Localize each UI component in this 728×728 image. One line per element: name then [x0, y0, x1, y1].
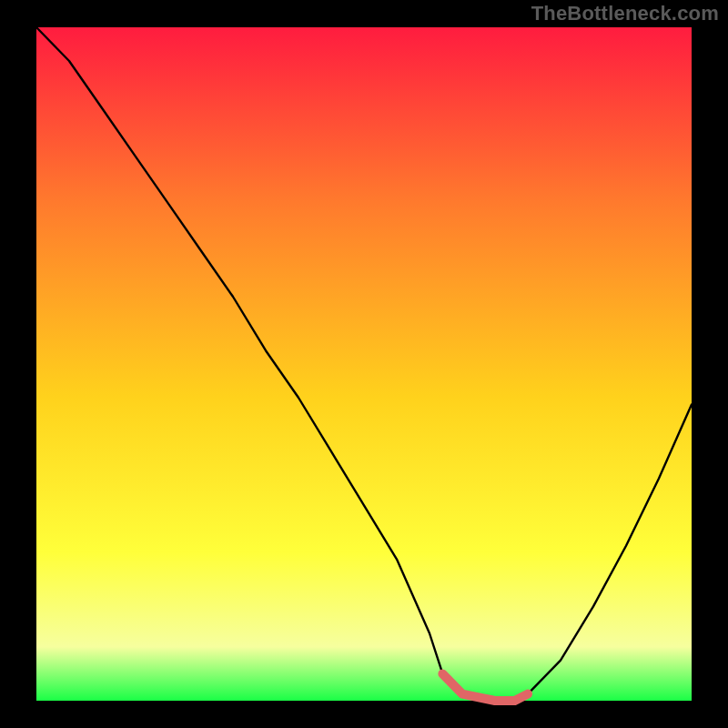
- chart-frame: TheBottleneck.com: [0, 0, 728, 728]
- gradient-background: [36, 27, 692, 701]
- bottleneck-chart-svg: [0, 0, 728, 728]
